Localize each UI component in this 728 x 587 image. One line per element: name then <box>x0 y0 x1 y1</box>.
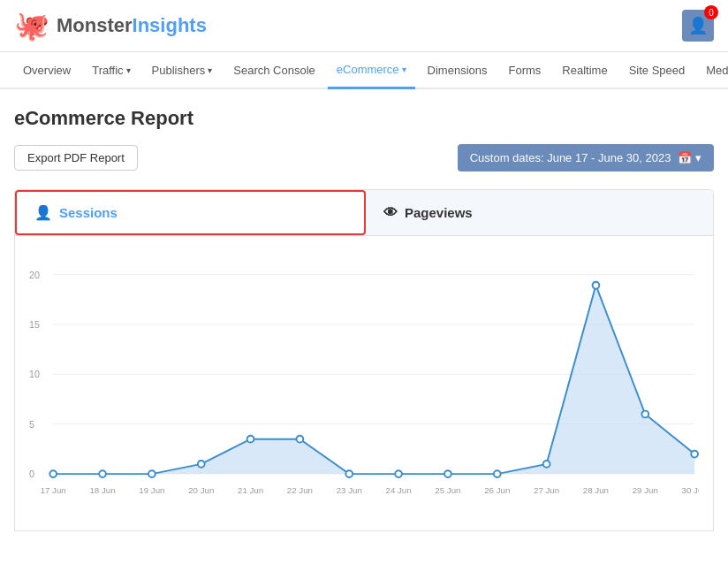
svg-text:23 Jun: 23 Jun <box>337 485 362 495</box>
svg-point-12 <box>99 470 106 477</box>
tab-sessions[interactable]: 👤 Sessions <box>15 190 366 235</box>
svg-text:26 Jun: 26 Jun <box>484 485 510 495</box>
svg-text:24 Jun: 24 Jun <box>386 485 412 495</box>
logo-icon: 🐙 <box>14 9 49 42</box>
sessions-chart: 20 15 10 5 0 <box>29 254 699 519</box>
notification-badge: 0 <box>704 5 718 19</box>
nav-overview[interactable]: Overview <box>14 53 80 88</box>
date-range-button[interactable]: Custom dates: June 17 - June 30, 2023 📅 … <box>458 144 714 172</box>
tab-pageviews[interactable]: 👁 Pageviews <box>366 190 713 235</box>
svg-text:20 Jun: 20 Jun <box>188 485 214 495</box>
svg-text:17 Jun: 17 Jun <box>41 485 66 495</box>
ecommerce-caret: ▾ <box>402 65 406 74</box>
svg-text:21 Jun: 21 Jun <box>238 485 263 495</box>
svg-text:30 Jun: 30 Jun <box>682 485 699 495</box>
user-avatar[interactable]: 👤 0 <box>682 10 714 42</box>
svg-text:15: 15 <box>29 319 40 330</box>
svg-point-11 <box>49 470 57 477</box>
publishers-caret: ▾ <box>208 65 212 75</box>
nav-search-console[interactable]: Search Console <box>224 53 324 88</box>
chart-area: 20 15 10 5 0 <box>14 236 714 531</box>
svg-text:28 Jun: 28 Jun <box>583 485 609 495</box>
sessions-icon: 👤 <box>34 204 52 221</box>
svg-point-18 <box>395 470 402 477</box>
svg-point-14 <box>198 461 205 468</box>
nav-media[interactable]: Media <box>697 53 728 88</box>
nav-ecommerce[interactable]: eCommerce ▾ <box>328 52 415 89</box>
svg-point-17 <box>345 470 353 477</box>
date-range-label: Custom dates: June 17 - June 30, 2023 <box>470 151 671 164</box>
chart-tabs: 👤 Sessions 👁 Pageviews <box>14 189 714 236</box>
svg-point-24 <box>691 451 698 458</box>
logo-text: MonsterInsights <box>57 14 207 37</box>
nav-forms[interactable]: Forms <box>500 53 550 88</box>
svg-text:5: 5 <box>29 419 34 430</box>
nav-dimensions[interactable]: Dimensions <box>419 53 497 88</box>
svg-point-15 <box>247 436 254 443</box>
svg-point-20 <box>494 470 501 477</box>
toolbar: Export PDF Report Custom dates: June 17 … <box>14 144 714 172</box>
calendar-icon: 📅 ▾ <box>678 151 701 164</box>
tab-pageviews-label: Pageviews <box>405 205 473 220</box>
svg-point-22 <box>593 282 600 289</box>
svg-point-16 <box>297 436 304 443</box>
logo: 🐙 MonsterInsights <box>14 9 207 42</box>
svg-text:29 Jun: 29 Jun <box>633 485 658 495</box>
header: 🐙 MonsterInsights 👤 0 <box>0 0 728 52</box>
svg-point-13 <box>148 470 155 477</box>
nav-publishers[interactable]: Publishers ▾ <box>143 53 222 88</box>
svg-text:18 Jun: 18 Jun <box>89 485 115 495</box>
traffic-caret: ▾ <box>126 65 131 75</box>
svg-text:22 Jun: 22 Jun <box>287 485 313 495</box>
svg-point-21 <box>543 461 550 468</box>
page-title: eCommerce Report <box>14 107 714 130</box>
svg-point-19 <box>444 470 451 477</box>
svg-text:25 Jun: 25 Jun <box>435 485 460 495</box>
svg-text:19 Jun: 19 Jun <box>139 485 164 495</box>
page-content: eCommerce Report Export PDF Report Custo… <box>0 89 728 549</box>
nav-realtime[interactable]: Realtime <box>553 53 616 88</box>
tab-sessions-label: Sessions <box>59 205 118 220</box>
pageviews-icon: 👁 <box>383 205 398 221</box>
export-button[interactable]: Export PDF Report <box>14 145 138 171</box>
svg-marker-10 <box>53 286 694 474</box>
main-nav: Overview Traffic ▾ Publishers ▾ Search C… <box>0 52 728 89</box>
svg-text:20: 20 <box>29 270 40 280</box>
svg-text:0: 0 <box>29 469 34 479</box>
svg-text:10: 10 <box>29 369 40 379</box>
nav-traffic[interactable]: Traffic ▾ <box>83 53 139 88</box>
nav-site-speed[interactable]: Site Speed <box>620 53 694 88</box>
svg-text:27 Jun: 27 Jun <box>534 485 559 495</box>
svg-point-23 <box>641 411 648 418</box>
